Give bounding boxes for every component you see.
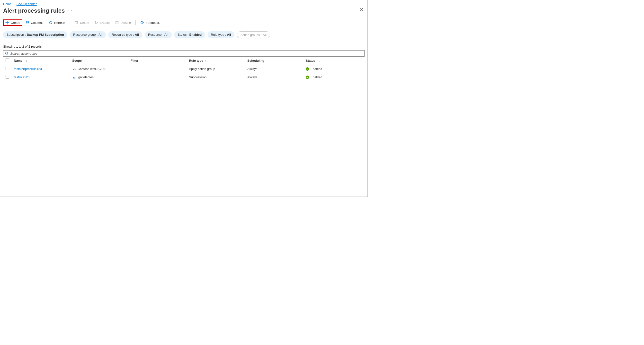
play-icon: [94, 21, 98, 24]
svg-point-5: [74, 77, 75, 78]
records-summary: Showing 1 to 2 of 2 records.: [0, 40, 368, 50]
svg-point-3: [74, 69, 75, 70]
filter-cell: [128, 65, 186, 73]
toolbar-divider: [70, 20, 70, 25]
column-header-filter[interactable]: Filter: [128, 57, 186, 65]
filter-subscription[interactable]: Subscription : Backup PM Subscription: [3, 31, 67, 38]
breadcrumb-home[interactable]: Home: [3, 2, 12, 6]
check-circle-icon: [306, 67, 309, 71]
svg-rect-0: [116, 21, 118, 24]
filter-resource-group-label: Resource group :: [73, 33, 98, 36]
create-button[interactable]: Create: [3, 19, 22, 26]
rule-type-cell: Apply action group: [186, 65, 245, 73]
delete-button: Delete: [72, 19, 92, 26]
column-header-status[interactable]: Status ↑↓: [303, 57, 364, 65]
sort-icon: ↑↓: [24, 59, 27, 62]
sort-icon: ↑↓: [205, 59, 208, 62]
trash-icon: [75, 21, 78, 24]
column-header-scheduling[interactable]: Scheduling: [245, 57, 303, 65]
filter-resource-label: Resource :: [148, 33, 164, 36]
more-icon[interactable]: ···: [68, 8, 72, 13]
sort-icon: ↑↓: [317, 59, 320, 62]
filter-status[interactable]: Status : Enabled: [174, 31, 205, 38]
column-header-rule-type[interactable]: Rule type ↑↓: [186, 57, 245, 65]
filter-resource[interactable]: Resource : All: [145, 31, 172, 38]
columns-label: Columns: [31, 21, 43, 24]
check-circle-icon: [306, 75, 309, 79]
row-checkbox[interactable]: [6, 67, 9, 70]
chevron-right-icon: ›: [14, 2, 14, 6]
filter-resource-group[interactable]: Resource group : All: [70, 31, 106, 38]
filter-subscription-label: Subscription :: [6, 33, 26, 36]
filter-action-groups: Action groups : All: [237, 31, 270, 38]
enable-label: Enable: [100, 21, 110, 24]
column-header-status-label: Status: [306, 59, 316, 62]
refresh-button[interactable]: Refresh: [46, 19, 67, 26]
column-header-scope[interactable]: Scope: [70, 57, 128, 65]
scope-text: ignitelabtest: [78, 75, 94, 79]
search-bar[interactable]: [3, 50, 364, 57]
disable-label: Disable: [120, 21, 131, 24]
filter-action-groups-label: Action groups :: [240, 33, 262, 37]
scope-text: ContosoTestRSV001: [78, 67, 107, 71]
filter-resource-value: All: [164, 33, 168, 36]
svg-point-2: [6, 52, 8, 54]
rule-name-link[interactable]: testalertprocrule123: [14, 67, 42, 71]
filter-cell: [128, 73, 186, 81]
close-button[interactable]: ✕: [360, 7, 364, 12]
enable-button: Enable: [92, 19, 112, 26]
feedback-button[interactable]: Feedback: [138, 19, 162, 26]
rules-table: Name ↑↓ Scope Filter Rule type ↑↓ Schedu…: [3, 57, 364, 81]
column-header-name-label: Name: [14, 59, 22, 62]
filter-subscription-value: Backup PM Subscription: [27, 33, 64, 36]
rule-name-link[interactable]: testrule123: [14, 75, 30, 79]
status-text: Enabled: [310, 75, 322, 79]
status-text: Enabled: [310, 67, 322, 71]
create-label: Create: [11, 21, 20, 24]
delete-label: Delete: [80, 21, 89, 24]
filter-status-value: Enabled: [190, 33, 202, 36]
plus-icon: [5, 21, 9, 24]
filter-rule-type-value: All: [227, 33, 231, 36]
stop-icon: [115, 21, 119, 24]
filter-resource-type-label: Resource type :: [112, 33, 134, 36]
filter-bar: Subscription : Backup PM Subscription Re…: [0, 28, 368, 40]
svg-point-1: [141, 21, 143, 23]
search-input[interactable]: [10, 52, 363, 55]
filter-rule-type[interactable]: Rule type : All: [208, 31, 234, 38]
breadcrumb-backup-center[interactable]: Backup center: [16, 2, 37, 6]
row-checkbox[interactable]: [6, 75, 9, 78]
search-icon: [5, 51, 9, 55]
filter-resource-group-value: All: [98, 33, 103, 36]
chevron-right-icon: ›: [39, 2, 40, 6]
select-all-checkbox[interactable]: [6, 58, 9, 62]
column-header-name[interactable]: Name ↑↓: [12, 57, 70, 65]
filter-resource-type[interactable]: Resource type : All: [108, 31, 142, 38]
columns-button[interactable]: Columns: [23, 19, 46, 26]
disable-button: Disable: [113, 19, 133, 26]
filter-resource-type-value: All: [135, 33, 139, 36]
feedback-label: Feedback: [146, 21, 160, 24]
vault-icon: [72, 75, 76, 79]
rule-type-cell: Suppression: [186, 73, 245, 81]
filter-action-groups-value: All: [263, 33, 267, 37]
column-header-rule-type-label: Rule type: [189, 59, 203, 62]
table-row[interactable]: testrule123 ignitelabtest Suppression Al…: [3, 73, 364, 81]
columns-icon: [26, 21, 30, 24]
page-title: Alert processing rules: [3, 7, 65, 14]
filter-status-label: Status :: [178, 33, 188, 36]
feedback-icon: [140, 21, 144, 24]
scheduling-cell: Always: [245, 65, 303, 73]
vault-icon: [72, 67, 76, 71]
toolbar-divider: [136, 20, 136, 25]
table-row[interactable]: testalertprocrule123 ContosoTestRSV001 A…: [3, 65, 364, 73]
filter-rule-type-label: Rule type :: [211, 33, 226, 36]
refresh-label: Refresh: [54, 21, 65, 24]
breadcrumb: Home › Backup center ›: [0, 0, 368, 6]
refresh-icon: [49, 21, 52, 24]
title-row: Alert processing rules ··· ✕: [0, 6, 368, 18]
toolbar: Create Columns Refresh Delete Enable Dis…: [0, 18, 368, 28]
scheduling-cell: Always: [245, 73, 303, 81]
